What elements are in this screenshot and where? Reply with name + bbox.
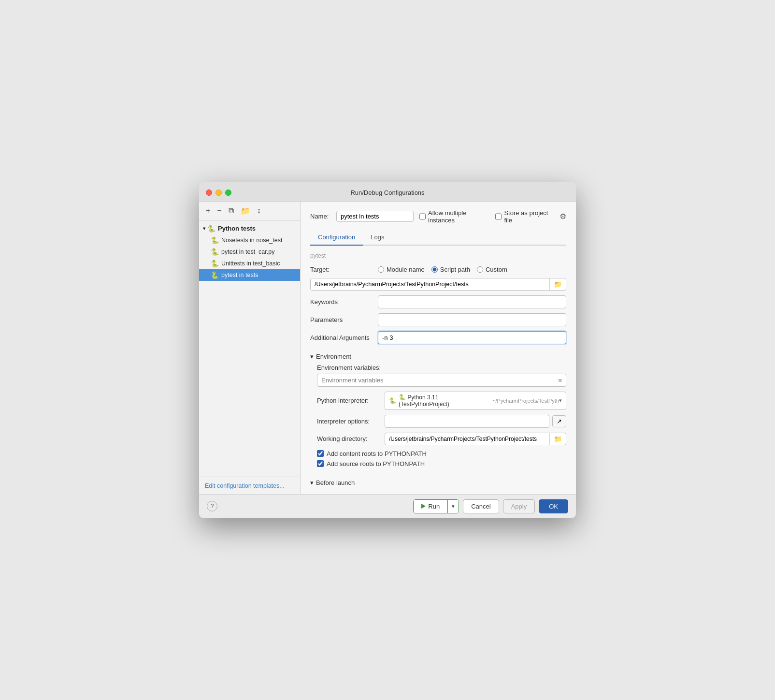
tab-configuration[interactable]: Configuration [310,231,363,246]
dialog-footer: ? Run ▾ Cancel Apply OK [199,494,576,518]
interpreter-options-input[interactable] [385,415,549,428]
run-dropdown-button[interactable]: ▾ [447,500,459,513]
path-browse-button[interactable]: 📁 [549,278,566,290]
env-input-wrap: ≡ [317,374,566,387]
interpreter-chevron-icon: ▾ [559,397,562,404]
working-dir-input-wrap: 📁 [385,433,566,445]
interpreter-select[interactable]: 🐍 🐍 Python 3.11 (TestPythonProject) ~/Py… [385,392,566,410]
additional-args-form-group: Additional Arguments [310,331,566,344]
folder-config-button[interactable]: 📁 [239,205,252,217]
ok-button[interactable]: OK [539,499,568,513]
name-label: Name: [310,213,330,220]
module-name-radio[interactable] [378,266,384,273]
traffic-lights [206,190,231,196]
python-tests-icon: 🐍 [207,225,215,233]
interpreter-select-inner: 🐍 🐍 Python 3.11 (TestPythonProject) ~/Py… [389,394,559,408]
sidebar-item-pytest-car[interactable]: 🐍 pytest in test_car.py [199,246,300,258]
env-vars-browse-button[interactable]: ≡ [554,374,566,386]
add-source-roots-checkbox[interactable] [317,460,324,467]
interpreter-options-wrap: ↗ [385,415,566,428]
sidebar-item-pytest-tests[interactable]: 🐍 pytest in tests [199,269,300,281]
working-dir-label: Working directory: [317,435,385,442]
tree-group-python-tests: ▾ 🐍 Python tests 🐍 Nosetests in nose_tes… [199,223,300,281]
name-row: Name: Allow multiple instances Store as … [310,209,566,224]
environment-content: Environment variables: ≡ Python interpre… [310,364,566,467]
interpreter-options-label: Interpreter options: [317,418,385,425]
env-vars-row: Environment variables: ≡ [317,364,566,387]
keywords-input[interactable] [378,295,566,308]
edit-templates-link[interactable]: Edit configuration templates... [205,482,285,489]
additional-args-label: Additional Arguments [310,334,378,341]
chevron-down-icon: ▾ [310,353,314,360]
environment-section: ▾ Environment Environment variables: ≡ [310,353,566,470]
close-button[interactable] [206,190,212,196]
title-bar: Run/Debug Configurations [199,182,576,202]
run-debug-dialog: Run/Debug Configurations + − ⧉ 📁 ↕ ▾ 🐍 P… [199,182,576,518]
target-label: Target: [310,266,378,273]
interpreter-label: Python interpreter: [317,397,385,404]
tree-group-label: Python tests [218,225,256,232]
path-row: 📁 [310,278,566,291]
before-launch-section: ▾ Before launch [310,479,566,486]
pytest-section-label: pytest [310,252,566,261]
minimize-button[interactable] [215,190,222,196]
add-config-button[interactable]: + [204,205,212,216]
add-source-roots-row: Add source roots to PYTHONPATH [317,460,566,467]
interpreter-path: ~/PycharmProjects/TestPyth [492,398,559,404]
footer-right: Run ▾ Cancel Apply OK [413,499,568,513]
path-input[interactable] [311,278,549,290]
interpreter-form-group: Python interpreter: 🐍 🐍 Python 3.11 (Tes… [317,392,566,410]
copy-config-button[interactable]: ⧉ [227,205,236,216]
run-triangle-icon [421,504,426,509]
tab-logs[interactable]: Logs [363,231,392,246]
gear-button[interactable]: ⚙ [560,212,566,221]
add-content-roots-checkbox[interactable] [317,450,324,457]
tabs-row: Configuration Logs [310,231,566,246]
path-input-wrap: 📁 [310,278,566,291]
env-vars-label: Environment variables: [317,364,566,371]
parameters-form-group: Parameters [310,313,566,326]
target-radio-group: Module name Script path Custom [378,266,566,273]
pytest-tests-icon: 🐍 [211,271,219,279]
target-form-group: Target: Module name Script path Custom [310,266,566,273]
script-path-option[interactable]: Script path [431,266,470,273]
run-button[interactable]: Run [414,500,447,513]
chevron-right-icon: ▾ [310,479,314,486]
working-dir-form-group: Working directory: 📁 [317,433,566,445]
store-as-project-checkbox[interactable] [495,213,502,220]
working-dir-browse-button[interactable]: 📁 [549,433,566,445]
cancel-button[interactable]: Cancel [463,499,499,513]
main-content: + − ⧉ 📁 ↕ ▾ 🐍 Python tests 🐍 Nosetests i… [199,202,576,494]
sidebar-toolbar: + − ⧉ 📁 ↕ [199,202,300,221]
apply-button[interactable]: Apply [503,499,535,513]
script-path-radio[interactable] [431,266,438,273]
working-dir-input[interactable] [385,433,549,445]
allow-multiple-label: Allow multiple instances [419,209,489,224]
interpreter-options-form-group: Interpreter options: ↗ [317,415,566,428]
sidebar-bottom: Edit configuration templates... [199,477,300,494]
custom-radio[interactable] [477,266,483,273]
maximize-button[interactable] [225,190,231,196]
allow-multiple-checkbox[interactable] [419,213,426,220]
custom-option[interactable]: Custom [477,266,507,273]
env-vars-input[interactable] [317,374,554,386]
store-as-project-label: Store as project file [495,209,554,224]
right-panel: Name: Allow multiple instances Store as … [301,202,576,494]
remove-config-button[interactable]: − [215,205,223,216]
sidebar: + − ⧉ 📁 ↕ ▾ 🐍 Python tests 🐍 Nosetests i… [199,202,301,494]
parameters-input[interactable] [378,313,566,326]
sidebar-item-unittests[interactable]: 🐍 Unittests in test_basic [199,258,300,269]
name-input[interactable] [336,211,414,222]
parameters-label: Parameters [310,316,378,323]
before-launch-header[interactable]: ▾ Before launch [310,479,566,486]
footer-left: ? [207,501,217,511]
help-button[interactable]: ? [207,501,217,511]
unittests-icon: 🐍 [211,260,219,267]
sidebar-item-nosetests[interactable]: 🐍 Nosetests in nose_test [199,234,300,246]
module-name-option[interactable]: Module name [378,266,425,273]
tree-group-header[interactable]: ▾ 🐍 Python tests [199,223,300,234]
environment-header[interactable]: ▾ Environment [310,353,566,360]
additional-args-input[interactable] [378,331,566,344]
sort-config-button[interactable]: ↕ [255,205,263,216]
interpreter-options-expand-button[interactable]: ↗ [552,415,566,427]
